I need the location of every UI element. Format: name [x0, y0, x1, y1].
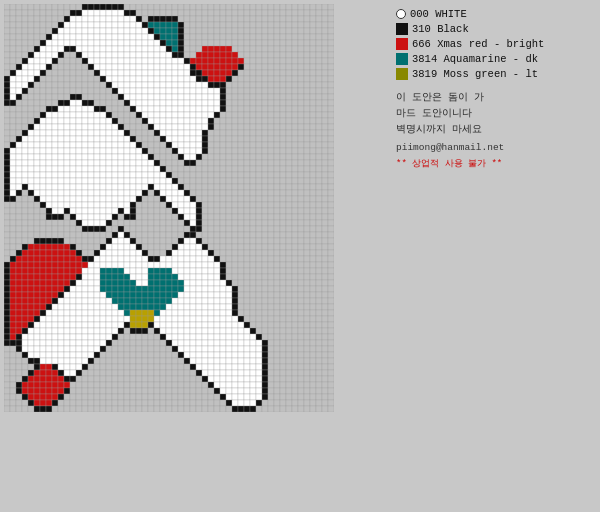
- legend-label-green: 3819 Moss green - lt: [412, 68, 538, 80]
- legend-icon-white: [396, 9, 406, 19]
- legend-item-white: 000 WHITE: [396, 8, 594, 20]
- legend-email: piimong@hanmail.net: [396, 142, 594, 153]
- legend-label-red: 666 Xmas red - bright: [412, 38, 544, 50]
- legend-icon-red: [396, 38, 408, 50]
- legend-item-teal: 3814 Aquamarine - dk: [396, 53, 594, 65]
- legend-icon-teal: [396, 53, 408, 65]
- legend-line-2: 마드 도안이니다: [396, 106, 594, 122]
- legend-line-1: 이 도안은 돔이 가: [396, 90, 594, 106]
- legend-icon-green: [396, 68, 408, 80]
- grid-area: [0, 0, 390, 512]
- pixel-canvas: [4, 4, 334, 412]
- legend-item-black: 310 Black: [396, 23, 594, 35]
- main-container: 000 WHITE 310 Black 666 Xmas red - brigh…: [0, 0, 600, 512]
- legend-label-black: 310 Black: [412, 23, 469, 35]
- legend-area: 000 WHITE 310 Black 666 Xmas red - brigh…: [390, 0, 600, 512]
- legend-text: 이 도안은 돔이 가 마드 도안이니다 벽명시까지 마세요: [396, 90, 594, 138]
- legend-icon-black: [396, 23, 408, 35]
- legend-item-green: 3819 Moss green - lt: [396, 68, 594, 80]
- legend-line-3: 벽명시까지 마세요: [396, 122, 594, 138]
- legend-label-teal: 3814 Aquamarine - dk: [412, 53, 538, 65]
- legend-footer: ** 상업적 사용 불가 **: [396, 157, 594, 170]
- legend-label-white: 000 WHITE: [410, 8, 467, 20]
- legend-item-red: 666 Xmas red - bright: [396, 38, 594, 50]
